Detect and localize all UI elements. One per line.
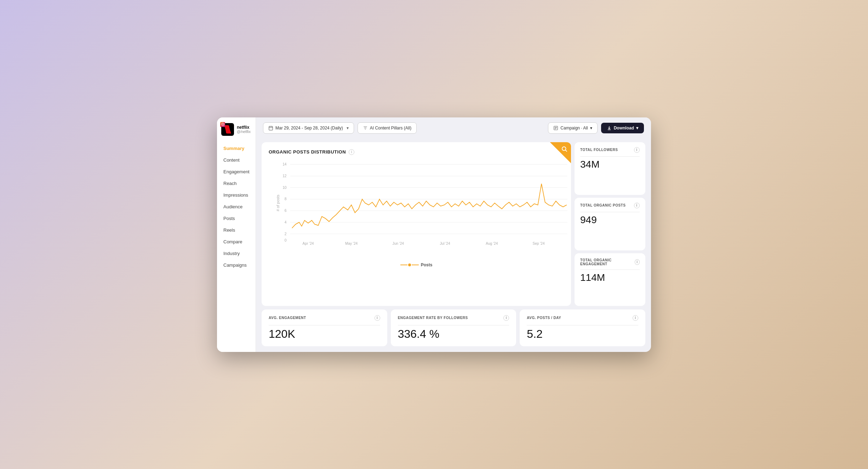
svg-text:0: 0: [285, 238, 287, 242]
sidebar-item-impressions[interactable]: Impressions: [220, 190, 253, 201]
svg-rect-5: [269, 126, 273, 130]
download-chevron-icon: ▾: [636, 126, 638, 131]
stat-card-organic-posts-title: TOTAL ORGANIC POSTS i: [580, 203, 640, 208]
instagram-badge: [220, 122, 225, 127]
content-filter-label: AI Content Pillars (All): [370, 126, 411, 131]
chart-legend: Posts: [269, 262, 564, 267]
avg-engagement-title: AVG. ENGAGEMENT i: [269, 315, 380, 321]
chart-title: ORGANIC POSTS DISTRIBUTION: [269, 149, 346, 155]
svg-text:Jul '24: Jul '24: [440, 241, 450, 245]
metric-card-engagement-rate: ENGAGEMENT RATE BY FOLLOWERS i 336.4 %: [391, 309, 516, 346]
main-content: Mar 29, 2024 - Sep 28, 2024 (Daily) ▾ AI…: [256, 117, 651, 352]
download-button[interactable]: Download ▾: [601, 123, 644, 133]
content-area: ORGANIC POSTS DISTRIBUTION i 1: [256, 139, 651, 352]
date-filter-label: Mar 29, 2024 - Sep 28, 2024 (Daily): [275, 126, 343, 131]
svg-text:12: 12: [282, 173, 286, 178]
svg-text:8: 8: [285, 197, 287, 201]
organic-posts-info-icon[interactable]: i: [634, 203, 640, 208]
svg-point-4: [223, 123, 224, 124]
sidebar-item-reels[interactable]: Reels: [220, 225, 253, 236]
campaign-icon: [553, 126, 558, 131]
metric-cards: AVG. ENGAGEMENT i 120K ENGAGEMENT RATE B…: [262, 309, 645, 346]
chart-panel: ORGANIC POSTS DISTRIBUTION i 1: [262, 142, 571, 306]
svg-text:2: 2: [285, 231, 287, 236]
stat-card-organic-engagement-title: TOTAL ORGANIC ENGAGEMENT i: [580, 258, 640, 266]
chart-legend-label: Posts: [421, 262, 433, 267]
svg-point-16: [562, 147, 566, 151]
avg-engagement-info-icon[interactable]: i: [375, 315, 380, 321]
svg-rect-2: [221, 123, 224, 126]
chart-svg: 14 12 10 8 6 4 2 0 Apr '24 May '24 Jun '…: [276, 161, 571, 245]
brand-info: netflix @/netflix: [237, 125, 251, 134]
app-window: netflix @/netflix Summary Content Engage…: [217, 117, 651, 352]
campaign-chevron-icon: ▾: [590, 126, 592, 131]
svg-text:10: 10: [282, 185, 286, 189]
metric-card-avg-posts-day: AVG. POSTS / DAY i 5.2: [520, 309, 645, 346]
svg-text:4: 4: [285, 220, 287, 224]
avg-posts-day-title: AVG. POSTS / DAY i: [527, 315, 638, 321]
download-icon: [607, 126, 612, 131]
chart-container: 14 12 10 8 6 4 2 0 Apr '24 May '24 Jun '…: [269, 161, 564, 260]
download-label: Download: [614, 126, 634, 131]
svg-text:Apr '24: Apr '24: [303, 241, 314, 245]
search-icon: [561, 146, 567, 154]
svg-text:May '24: May '24: [345, 241, 358, 245]
campaign-filter-button[interactable]: Campaign · All ▾: [548, 122, 597, 134]
sidebar-item-compare[interactable]: Compare: [220, 236, 253, 247]
avg-engagement-value: 120K: [269, 328, 380, 341]
topbar-filters: Mar 29, 2024 - Sep 28, 2024 (Daily) ▾ AI…: [263, 122, 544, 134]
metric-card-avg-engagement: AVG. ENGAGEMENT i 120K: [262, 309, 387, 346]
avg-posts-day-info-icon[interactable]: i: [633, 315, 638, 321]
calendar-icon: [268, 126, 273, 131]
chart-header: ORGANIC POSTS DISTRIBUTION i: [269, 149, 564, 155]
sidebar: netflix @/netflix Summary Content Engage…: [217, 117, 256, 352]
svg-text:# of posts: # of posts: [276, 195, 280, 211]
stat-card-organic-posts-value: 949: [580, 214, 640, 226]
sidebar-item-engagement[interactable]: Engagement: [220, 166, 253, 177]
chart-info-icon[interactable]: i: [349, 149, 354, 155]
sidebar-nav: Summary Content Engagement Reach Impress…: [217, 143, 256, 271]
chevron-down-icon: ▾: [347, 126, 349, 131]
svg-text:14: 14: [282, 162, 286, 166]
brand-name: netflix: [237, 125, 251, 130]
sidebar-item-posts[interactable]: Posts: [220, 213, 253, 224]
engagement-rate-title: ENGAGEMENT RATE BY FOLLOWERS i: [398, 315, 509, 321]
brand-handle: @/netflix: [237, 130, 251, 134]
filter-icon: [363, 126, 368, 131]
svg-text:6: 6: [285, 208, 287, 212]
avg-posts-day-value: 5.2: [527, 328, 638, 341]
stat-card-followers: TOTAL FOLLOWERS i 34M: [575, 142, 645, 195]
stat-card-followers-title: TOTAL FOLLOWERS i: [580, 147, 640, 153]
date-filter-button[interactable]: Mar 29, 2024 - Sep 28, 2024 (Daily) ▾: [263, 122, 354, 134]
content-filter-button[interactable]: AI Content Pillars (All): [358, 122, 417, 134]
engagement-rate-value: 336.4 %: [398, 328, 509, 341]
topbar-actions: Campaign · All ▾ Download ▾: [548, 122, 644, 134]
engagement-rate-info-icon[interactable]: i: [503, 315, 509, 321]
svg-text:Sep '24: Sep '24: [532, 241, 544, 245]
campaign-label: Campaign · All: [560, 126, 588, 131]
stats-panel: TOTAL FOLLOWERS i 34M TOTAL ORGANIC POST…: [575, 142, 645, 306]
svg-point-3: [222, 124, 223, 125]
sidebar-item-reach[interactable]: Reach: [220, 178, 253, 189]
sidebar-item-content[interactable]: Content: [220, 155, 253, 166]
sidebar-item-audience[interactable]: Audience: [220, 201, 253, 212]
sidebar-item-campaigns[interactable]: Campaigns: [220, 260, 253, 271]
svg-text:Jun '24: Jun '24: [393, 241, 404, 245]
stat-card-organic-engagement: TOTAL ORGANIC ENGAGEMENT i 114M: [575, 253, 645, 306]
svg-rect-0: [224, 125, 231, 134]
followers-info-icon[interactable]: i: [634, 147, 640, 153]
stat-card-organic-posts: TOTAL ORGANIC POSTS i 949: [575, 198, 645, 250]
topbar: Mar 29, 2024 - Sep 28, 2024 (Daily) ▾ AI…: [256, 117, 651, 139]
sidebar-item-industry[interactable]: Industry: [220, 248, 253, 259]
svg-line-17: [565, 150, 567, 151]
brand-header: netflix @/netflix: [217, 123, 256, 143]
svg-text:Aug '24: Aug '24: [486, 241, 498, 245]
organic-engagement-info-icon[interactable]: i: [635, 259, 640, 265]
stat-card-organic-engagement-value: 114M: [580, 272, 640, 283]
stat-card-followers-value: 34M: [580, 159, 640, 170]
sidebar-item-summary[interactable]: Summary: [220, 143, 253, 154]
